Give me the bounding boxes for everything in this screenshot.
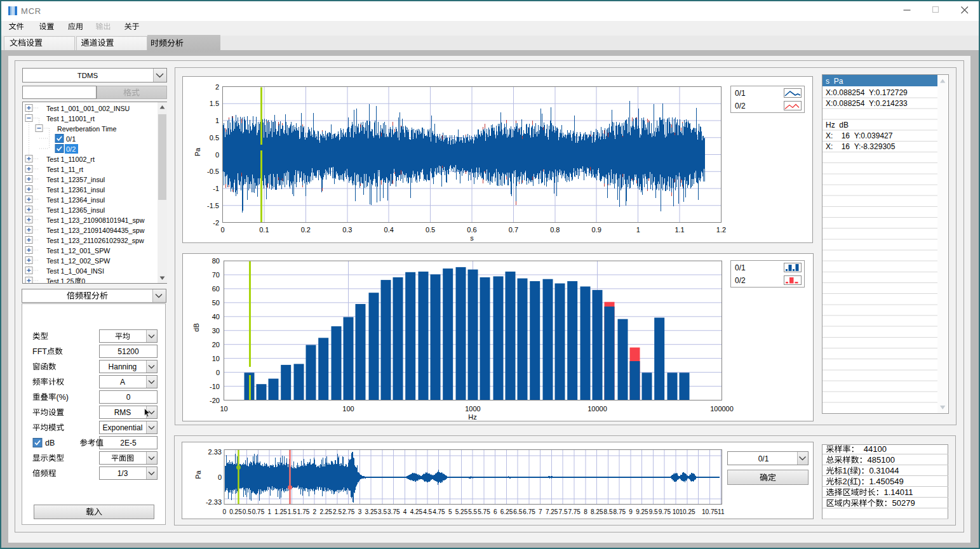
svg-text:2E-5: 2E-5 [120,439,137,447]
svg-text:2.75: 2.75 [342,508,355,515]
svg-text:0: 0 [126,393,131,402]
svg-text:70: 70 [212,271,220,279]
svg-text:-2.33: -2.33 [206,498,222,506]
svg-text:11: 11 [718,508,725,515]
svg-text:Test 1_123_210908101941_spw: Test 1_123_210908101941_spw [46,216,145,224]
svg-text:80: 80 [212,257,220,265]
svg-text:10.75: 10.75 [702,508,718,515]
svg-text:4.25: 4.25 [410,508,423,515]
svg-text:0.5: 0.5 [426,226,435,234]
svg-text:): ) [858,466,861,475]
svg-text:0.8: 0.8 [550,226,560,234]
svg-text:9.5: 9.5 [649,508,658,515]
svg-text:7.25: 7.25 [546,508,558,515]
svg-text:1(: 1( [843,466,850,475]
svg-text:0: 0 [81,277,85,285]
svg-text:0: 0 [222,508,226,515]
svg-text:Test 1_11002_rt: Test 1_11002_rt [46,155,95,163]
svg-text:10.25: 10.25 [679,508,695,515]
svg-text:2(: 2( [843,477,850,486]
svg-text:RMS: RMS [114,408,131,417]
svg-text:100000: 100000 [710,405,734,413]
svg-text:Test 1 25: Test 1 25 [46,277,74,285]
svg-text:Test 1_123_211026102932_spw: Test 1_123_211026102932_spw [46,237,144,244]
svg-text:2.5: 2.5 [333,508,342,515]
svg-text:8: 8 [584,508,587,515]
svg-text:0.75: 0.75 [252,508,265,515]
svg-text:X: 16 Y:-8.329305: X: 16 Y:-8.329305 [826,142,896,151]
svg-text:0.2: 0.2 [301,226,311,234]
svg-text:50: 50 [212,299,220,307]
svg-text:0/1: 0/1 [735,89,746,98]
svg-text:MCR: MCR [21,6,41,16]
svg-text:60: 60 [212,285,220,293]
svg-text:2: 2 [313,508,317,515]
svg-text:9: 9 [629,508,633,515]
svg-text:4.5: 4.5 [423,508,432,515]
svg-text:0/2: 0/2 [735,102,746,110]
svg-text:0: 0 [215,151,219,159]
svg-text:-10: -10 [210,383,220,390]
svg-text:6.25: 6.25 [500,508,513,515]
svg-text:Test 1_11_rt: Test 1_11_rt [46,166,83,173]
svg-text:Test 1_12_001_SPW: Test 1_12_001_SPW [46,247,111,255]
svg-text:0.3: 0.3 [342,226,352,234]
svg-text:Test 1_1_004_INSI: Test 1_1_004_INSI [46,267,104,275]
svg-text:-1.5: -1.5 [207,202,219,209]
svg-text:Hz dB: Hz dB [826,121,849,129]
svg-text:Test 1_11001_rt: Test 1_11001_rt [46,115,95,122]
svg-text:5.75: 5.75 [478,508,490,515]
svg-text:0/1: 0/1 [66,135,76,143]
svg-text:5.25: 5.25 [455,508,468,515]
svg-text:FFT: FFT [32,347,47,356]
svg-text:Reverberation Time: Reverberation Time [57,125,117,133]
svg-text:Hz: Hz [468,413,476,421]
svg-text:0: 0 [220,226,224,234]
svg-text:Test 1_12361_insul: Test 1_12361_insul [46,186,105,194]
svg-text:7: 7 [539,508,542,515]
svg-text:1.450549: 1.450549 [869,477,903,486]
svg-text:7.75: 7.75 [568,508,581,515]
svg-text:X:0.088254 Y:0.214233: X:0.088254 Y:0.214233 [826,99,908,108]
svg-text:8.5: 8.5 [604,508,613,515]
svg-text:10: 10 [212,355,220,362]
svg-text:10000: 10000 [587,405,607,413]
svg-text:7.5: 7.5 [559,508,568,515]
svg-text:TDMS: TDMS [77,72,98,79]
svg-text:-2: -2 [213,219,219,227]
svg-text:-0.5: -0.5 [207,168,219,175]
svg-text:1.25: 1.25 [274,508,287,515]
svg-text:0: 0 [218,473,222,481]
svg-text:0.5: 0.5 [243,508,252,515]
svg-text:Exponential: Exponential [103,423,143,432]
svg-text:Test 1_12357_insul: Test 1_12357_insul [46,176,105,183]
svg-text:3.75: 3.75 [387,508,400,515]
svg-text:Test 1_001_001_002_INSU: Test 1_001_001_002_INSU [46,105,130,112]
svg-text:0/1: 0/1 [758,454,769,463]
svg-text:Test 1_12364_insul: Test 1_12364_insul [46,196,105,204]
svg-text:6.5: 6.5 [513,508,522,515]
svg-text:dB: dB [192,323,200,331]
svg-text:A: A [120,378,125,387]
svg-text:2.33: 2.33 [208,448,222,456]
svg-text:0.6: 0.6 [467,226,476,234]
svg-text:20: 20 [212,341,220,348]
svg-text:3.25: 3.25 [365,508,378,515]
svg-text:9.25: 9.25 [636,508,648,515]
svg-text:5.5: 5.5 [468,508,477,515]
svg-text:dB: dB [45,439,55,447]
svg-text:0/2: 0/2 [66,145,76,153]
svg-text:1/3: 1/3 [117,469,128,478]
svg-text:100: 100 [342,405,354,413]
svg-text:3: 3 [358,508,362,515]
svg-text:0.5: 0.5 [210,134,219,142]
svg-text:6.75: 6.75 [523,508,535,515]
svg-text:4: 4 [403,508,407,515]
svg-text:8.25: 8.25 [591,508,603,515]
svg-text:0.25: 0.25 [229,508,242,515]
svg-text:0.7: 0.7 [509,226,518,234]
svg-text:Pa: Pa [194,470,202,479]
svg-text:40: 40 [212,313,220,321]
svg-text:Pa: Pa [194,147,201,156]
svg-text:485100: 485100 [868,455,895,465]
